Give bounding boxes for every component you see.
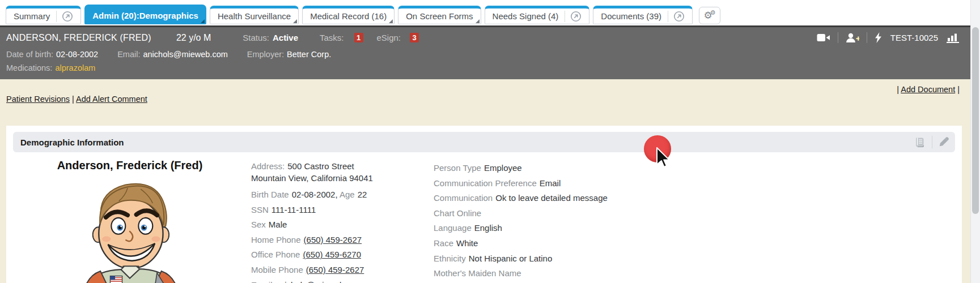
dob-label: Date of birth: — [6, 50, 53, 59]
person-type-label: Person Type — [434, 163, 481, 173]
pipe: | — [957, 85, 960, 94]
tab-label: Health Surveillance — [218, 11, 291, 21]
office-phone-row: Office Phone(650) 459-6270 — [251, 247, 427, 263]
tab-needs-signed[interactable]: Needs Signed (4) — [485, 6, 590, 24]
status-label: Status: — [243, 33, 269, 42]
sex-value: Male — [269, 220, 287, 229]
mothers-maiden-name-row: Mother's Maiden Name — [434, 266, 700, 281]
ssn-value: 111-11-1111 — [271, 205, 316, 215]
divider — [838, 32, 838, 43]
tab-divider — [668, 11, 668, 22]
tab-bar: Summary Admin (20):Demographics Health S… — [0, 0, 970, 25]
language-row: LanguageEnglish — [434, 221, 700, 236]
tab-health-surveillance[interactable]: Health Surveillance — [210, 6, 299, 24]
email-row-value: anichols@mieweb.com — [275, 280, 363, 283]
patient-revisions-link[interactable]: Patient Revisions — [6, 95, 70, 104]
separator: | — [72, 95, 74, 104]
panel-title: Demographic Information — [20, 138, 124, 147]
video-camera-icon[interactable] — [817, 33, 830, 42]
gear-icon: ⚙ — [710, 10, 716, 16]
esign-label: eSign: — [377, 33, 401, 42]
add-person-icon[interactable] — [846, 33, 859, 43]
age-label: Age — [340, 190, 355, 199]
pipe: | — [897, 85, 899, 94]
ssn-row: SSN111-11-1111 — [251, 203, 427, 218]
employer-label: Employer: — [247, 50, 284, 59]
contact-details-column: Address:500 Castro Street Mountain View,… — [251, 160, 427, 283]
vertical-scrollbar[interactable] — [970, 0, 980, 283]
patient-header-bar: ANDERSON, FREDERICK (FRED) 22 y/o M Stat… — [0, 25, 970, 79]
mouse-cursor — [656, 147, 671, 168]
medications-label: Medications: — [6, 63, 52, 72]
ethnicity-row: EthnicityNot Hispanic or Latino — [434, 251, 700, 267]
mothers-maiden-name-label: Mother's Maiden Name — [434, 268, 521, 278]
pencil-icon[interactable] — [938, 136, 949, 148]
person-type-value: Employee — [484, 163, 522, 173]
scrollbar-thumb[interactable] — [972, 27, 979, 214]
tab-label: On Screen Forms — [406, 11, 473, 21]
mobile-phone-link[interactable]: (650) 459-2627 — [306, 265, 364, 275]
race-row: RaceWhite — [434, 236, 700, 251]
office-phone-link[interactable]: (650) 459-6270 — [303, 250, 361, 259]
add-alert-comment-link[interactable]: Add Alert Comment — [76, 95, 147, 104]
race-label: Race — [434, 238, 453, 248]
lightning-bolt-icon[interactable] — [875, 32, 882, 43]
divider — [932, 136, 932, 148]
panel-body: Anderson, Frederick (Fred) — [6, 152, 962, 283]
email-value: anichols@mieweb.com — [143, 50, 227, 59]
external-link-icon[interactable] — [570, 11, 582, 22]
dob-value: 02-08-2002 — [56, 50, 98, 59]
external-link-icon[interactable] — [62, 11, 73, 22]
employer-value: Better Corp. — [287, 50, 331, 59]
settings-button[interactable]: ⚙⚙ — [699, 7, 720, 24]
patient-summary-column: Anderson, Frederick (Fred) — [22, 159, 237, 283]
tab-documents[interactable]: Documents (39) — [593, 6, 693, 24]
email-group: Email:anichols@mieweb.com — [117, 50, 228, 59]
mobile-phone-row: Mobile Phone(650) 459-2627 — [251, 263, 427, 278]
patient-age-sex: 22 y/o M — [176, 33, 211, 43]
tab-divider — [565, 11, 565, 22]
office-phone-label: Office Phone — [251, 250, 300, 259]
tab-label: Medical Record (16) — [310, 11, 387, 21]
email-row-label: Email — [251, 280, 273, 283]
birth-date-row: Birth Date02-08-2002, Age22 — [251, 187, 427, 203]
communication-preference-label: Communication Preference — [434, 178, 537, 188]
demographics-panel: Demographic Information Anderson, Freder… — [6, 126, 962, 283]
demographic-details-column: Person TypeEmployee Communication Prefer… — [434, 161, 700, 281]
medications-group: Medications:alprazolam — [6, 63, 95, 72]
tab-medical-record[interactable]: Medical Record (16) — [302, 6, 394, 24]
tab-summary[interactable]: Summary — [6, 6, 81, 24]
ssn-label: SSN — [251, 205, 269, 215]
address-line2: Mountain View, California 94041 — [251, 173, 373, 183]
add-document-link[interactable]: Add Document — [901, 85, 955, 94]
email-label: Email: — [117, 50, 140, 59]
journal-icon[interactable] — [914, 136, 926, 148]
bar-chart-icon[interactable] — [947, 33, 960, 43]
external-link-icon[interactable] — [673, 11, 685, 22]
home-phone-link[interactable]: (650) 459-2627 — [304, 235, 362, 245]
tab-label: Summary — [14, 11, 50, 21]
ethnicity-label: Ethnicity — [434, 254, 466, 263]
tab-label: Documents (39) — [601, 11, 661, 21]
communication-preference-value: Email — [540, 178, 561, 188]
communication-preference-row: Communication PreferenceEmail — [434, 176, 700, 191]
tab-admin-demographics[interactable]: Admin (20):Demographics — [84, 5, 206, 24]
tasks-label: Tasks: — [320, 33, 344, 42]
chart-online-label: Chart Online — [434, 208, 481, 218]
race-value: White — [456, 238, 478, 248]
tasks-count-badge[interactable]: 1 — [354, 33, 363, 42]
language-value: English — [474, 223, 502, 233]
medication-link[interactable]: alprazolam — [55, 63, 95, 72]
address-line1: 500 Castro Street — [287, 161, 354, 171]
patient-links-row: Patient Revisions | Add Alert Comment — [6, 95, 147, 104]
esign-count-badge[interactable]: 3 — [410, 33, 419, 42]
panel-header: Demographic Information — [13, 132, 955, 152]
birth-date-value: 02-08-2002, — [292, 190, 338, 199]
tab-divider — [56, 11, 57, 22]
add-document-row: | Add Document | — [897, 85, 960, 94]
address-row: Address:500 Castro Street Mountain View,… — [251, 160, 427, 184]
home-phone-row: Home Phone(650) 459-2627 — [251, 233, 427, 248]
tab-on-screen-forms[interactable]: On Screen Forms — [398, 6, 481, 24]
communication-row: CommunicationOk to leave detailed messag… — [434, 191, 700, 206]
age-value: 22 — [358, 190, 367, 199]
